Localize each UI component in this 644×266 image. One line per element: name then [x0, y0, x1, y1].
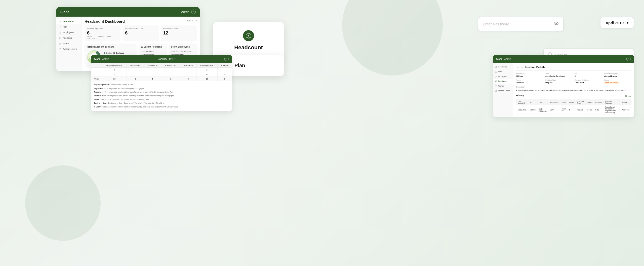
cell [91, 68, 102, 72]
password-input-wrap[interactable]: Enter Password [478, 17, 564, 31]
pos-sidebar-system-users[interactable]: System Users [493, 88, 513, 93]
main-card-close-button[interactable]: × [191, 10, 196, 14]
position-details-title: ← ← Position Details [516, 65, 631, 71]
password-placeholder: Enter Password [483, 22, 509, 26]
cell [127, 68, 144, 72]
svg-point-9 [60, 48, 61, 49]
cell: 2 [196, 68, 217, 72]
position-sidebar: Headcount Plan Employees Positions [493, 63, 513, 117]
actual-label: Actual Headcount [163, 27, 194, 29]
sidebar-item-plan[interactable]: Plan [56, 24, 81, 30]
spreadsheet-app-name: Slope Admin [94, 58, 109, 60]
cell-last-updated: 13.03.2021 [516, 105, 528, 115]
svg-point-31 [495, 86, 496, 86]
new-emp-item: Head Script Developers [171, 50, 195, 53]
pos-sidebar-plan[interactable]: Plan [493, 69, 513, 74]
cell: 1 [144, 77, 161, 81]
col-team: Team [560, 99, 568, 105]
position-id-field: Position Id 1231Ab [516, 73, 543, 77]
design-dot [104, 52, 105, 54]
main-card-user-label: Admin [181, 10, 189, 13]
sort-button[interactable]: Sort [625, 95, 631, 97]
svg-point-7 [59, 43, 60, 44]
position-title-value: Java Script Developer [545, 75, 573, 77]
cell-position-type: Regular [575, 105, 586, 115]
headcount-feature-icon-wrap [243, 30, 254, 41]
description-field: Description A JavaScript developer is re… [516, 86, 631, 92]
bg-decoration-1 [342, 0, 443, 75]
sidebar-item-system-users[interactable]: System Users [56, 46, 81, 52]
position-content: ← ← Position Details Position Id 1231Ab … [513, 63, 634, 117]
cell: 3 [180, 77, 196, 81]
svg-rect-30 [496, 81, 497, 82]
svg-rect-28 [495, 71, 497, 72]
vacant-item: Head on started [141, 50, 165, 53]
col-position-type: Position Type [575, 99, 586, 105]
cell [161, 68, 180, 72]
pos-sidebar-headcount[interactable]: Headcount [493, 64, 513, 69]
headcount-feature-card[interactable]: Headcount [213, 22, 284, 59]
plan-feature-title: Plan [234, 63, 245, 68]
pending-number: 6 [87, 30, 118, 36]
contract-end-value: 13.03.2021 [575, 82, 602, 84]
pos-sidebar-teams[interactable]: Teams [493, 84, 513, 88]
date-dropdown-card[interactable]: April 2019 ▾ [600, 17, 634, 28]
main-card-sidebar: Headcount Plan Employees [56, 17, 82, 71]
col-new-hires: New Hires [180, 63, 196, 68]
position-no-value: 0 [575, 75, 602, 77]
eye-svg [554, 21, 559, 26]
sidebar-item-headcount[interactable]: Headcount [56, 19, 81, 24]
pos-headcount-icon [495, 66, 497, 68]
cell-team: Team 02 [560, 105, 568, 115]
planned-number: 6 [125, 30, 156, 36]
team-label: Team [516, 79, 543, 81]
sidebar-item-employees[interactable]: Employees [56, 30, 81, 35]
description-label: Description [516, 86, 631, 89]
contract-end-label: Contract End Date [575, 79, 602, 81]
spreadsheet-close-button[interactable]: × [224, 57, 229, 61]
pending-approval-stat: Pending Approval 6 • New: 1 • Transfer: … [85, 25, 120, 41]
svg-rect-5 [59, 37, 61, 39]
svg-rect-1 [59, 26, 61, 28]
status-field: Status Hired Not Started [604, 79, 631, 84]
cell-notes: A JavaScript developer is responsible fo… [603, 105, 620, 115]
legend-design: Design 11 Employee [104, 52, 124, 54]
cell [161, 72, 180, 77]
cell-status: In Hire [585, 105, 594, 115]
col-employee: Employee [549, 99, 560, 105]
main-card-app-name: Slope [60, 10, 69, 14]
col-departures: Departures [127, 63, 144, 68]
pos-sidebar-employees[interactable]: Employees [493, 74, 513, 79]
position-no-label: No [575, 73, 602, 74]
spreadsheet-date: January 2021 [158, 58, 174, 60]
sidebar-item-positions[interactable]: Positions [56, 35, 81, 41]
dashboard-date: April 2019 [186, 19, 197, 22]
cell: 16 [196, 72, 217, 77]
cell [91, 72, 102, 77]
planned-label: Planned Headcount [125, 27, 156, 29]
svg-point-33 [496, 90, 496, 91]
history-row: 13.03.2021 123456 Java Script Developer … [516, 105, 631, 115]
pos-positions-icon [495, 80, 497, 82]
cell: +7 [217, 72, 232, 77]
position-close-button[interactable]: × [626, 57, 631, 61]
position-start-value: Regular [545, 82, 573, 84]
cell: 5 [102, 72, 127, 77]
svg-point-0 [60, 21, 61, 22]
cell: -1 [161, 77, 180, 81]
position-details-card: Slope Admin × Headcount Plan [493, 55, 634, 117]
col-transfer-in: Transfer In [144, 63, 161, 68]
cell [127, 72, 144, 77]
history-header: History Sort [516, 94, 631, 98]
legend-line: Transfer In = # of employees who joined … [94, 91, 229, 94]
new-emp-title: 3 New Employees [171, 46, 195, 48]
col-ending: Ending In Seat [196, 63, 217, 68]
pos-sidebar-positions[interactable]: Positions [493, 79, 513, 84]
back-arrow-icon[interactable]: ← [516, 65, 519, 69]
sidebar-item-teams[interactable]: Teams [56, 41, 81, 46]
eye-icon[interactable] [554, 21, 559, 27]
legend-line: Ending In Seat = Beginning In Seat - Dep… [94, 102, 229, 105]
svg-point-4 [60, 32, 61, 33]
position-id-label: Position Id [516, 73, 543, 74]
svg-point-8 [60, 43, 61, 44]
